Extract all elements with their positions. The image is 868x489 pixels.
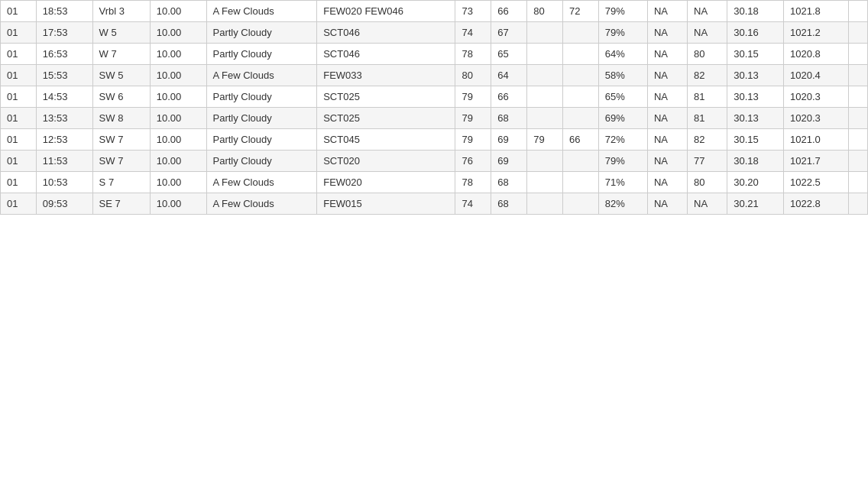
table-cell: 1020.4 (784, 65, 849, 86)
table-cell: S 7 (92, 172, 150, 193)
table-cell (848, 1, 867, 22)
table-cell: 66 (491, 86, 527, 108)
table-cell: NA (688, 22, 727, 44)
table-cell: 01 (1, 129, 37, 151)
table-cell: 64% (598, 44, 647, 65)
table-cell (848, 151, 867, 172)
table-cell: 73 (455, 1, 491, 22)
table-cell: SW 7 (92, 129, 150, 151)
table-cell: 69 (491, 151, 527, 172)
table-cell (527, 151, 563, 172)
table-cell: NA (647, 108, 687, 129)
table-cell (527, 86, 563, 108)
table-row: 0112:53SW 710.00Partly CloudySCT04579697… (1, 129, 868, 151)
table-cell: Partly Cloudy (206, 86, 317, 108)
table-cell: 30.18 (727, 151, 784, 172)
table-cell: 72 (563, 1, 599, 22)
table-cell: 81 (688, 108, 727, 129)
table-cell: NA (647, 44, 687, 65)
table-cell: 30.18 (727, 1, 784, 22)
table-cell: 69% (598, 108, 647, 129)
table-cell: A Few Clouds (206, 65, 317, 86)
table-cell: 79 (455, 129, 491, 151)
table-cell (848, 193, 867, 215)
table-cell: 68 (491, 172, 527, 193)
table-cell: 30.13 (727, 86, 784, 108)
table-cell: NA (647, 172, 687, 193)
table-cell: FEW020 FEW046 (317, 1, 455, 22)
table-row: 0113:53SW 810.00Partly CloudySCT02579686… (1, 108, 868, 129)
table-cell (848, 129, 867, 151)
table-cell: 01 (1, 1, 37, 22)
table-cell: W 7 (92, 44, 150, 65)
table-cell (848, 86, 867, 108)
table-cell: 01 (1, 44, 37, 65)
table-cell: 66 (491, 1, 527, 22)
table-cell: 77 (688, 151, 727, 172)
table-cell: NA (647, 65, 687, 86)
table-cell: 1021.2 (784, 22, 849, 44)
table-cell: 13:53 (36, 108, 92, 129)
table-cell: 64 (491, 65, 527, 86)
table-cell: 1020.3 (784, 108, 849, 129)
table-cell: Vrbl 3 (92, 1, 150, 22)
table-cell (527, 22, 563, 44)
table-cell: FEW020 (317, 172, 455, 193)
table-cell: NA (647, 1, 687, 22)
table-cell: 16:53 (36, 44, 92, 65)
table-cell: SCT045 (317, 129, 455, 151)
table-cell: 01 (1, 108, 37, 129)
table-cell: 82 (688, 129, 727, 151)
table-cell: 30.15 (727, 44, 784, 65)
table-cell: SW 7 (92, 151, 150, 172)
table-cell: SE 7 (92, 193, 150, 215)
table-cell: 69 (491, 129, 527, 151)
table-cell: 71% (598, 172, 647, 193)
table-cell: 10.00 (150, 65, 206, 86)
table-cell: 80 (527, 1, 563, 22)
table-cell: 01 (1, 172, 37, 193)
table-cell: 10.00 (150, 172, 206, 193)
table-cell: 74 (455, 22, 491, 44)
table-cell: 80 (688, 172, 727, 193)
table-cell: 68 (491, 193, 527, 215)
table-cell: 1021.8 (784, 1, 849, 22)
table-cell: 30.16 (727, 22, 784, 44)
table-cell: 82 (688, 65, 727, 86)
table-cell: 78 (455, 172, 491, 193)
table-cell (848, 172, 867, 193)
table-cell: 30.15 (727, 129, 784, 151)
table-cell: 1020.3 (784, 86, 849, 108)
table-cell: 01 (1, 193, 37, 215)
table-cell: NA (647, 129, 687, 151)
table-cell (527, 108, 563, 129)
table-cell: 58% (598, 65, 647, 86)
table-cell: 01 (1, 86, 37, 108)
table-cell (848, 22, 867, 44)
table-cell: NA (647, 151, 687, 172)
table-cell: A Few Clouds (206, 172, 317, 193)
table-cell: 09:53 (36, 193, 92, 215)
table-cell: 30.20 (727, 172, 784, 193)
table-cell: 79% (598, 1, 647, 22)
table-cell: SW 6 (92, 86, 150, 108)
table-cell (848, 65, 867, 86)
table-cell: 74 (455, 193, 491, 215)
table-cell: SCT025 (317, 108, 455, 129)
table-cell: 10.00 (150, 129, 206, 151)
table-cell: 76 (455, 151, 491, 172)
table-cell: 01 (1, 65, 37, 86)
table-cell: 11:53 (36, 151, 92, 172)
table-cell: 82% (598, 193, 647, 215)
table-cell: 65% (598, 86, 647, 108)
table-cell: 10.00 (150, 1, 206, 22)
table-cell: 10.00 (150, 44, 206, 65)
table-cell: Partly Cloudy (206, 44, 317, 65)
table-cell: A Few Clouds (206, 1, 317, 22)
table-cell: 10.00 (150, 86, 206, 108)
table-cell: 15:53 (36, 65, 92, 86)
table-cell (563, 86, 599, 108)
table-cell: 78 (455, 44, 491, 65)
table-row: 0117:53W 510.00Partly CloudySCT046746779… (1, 22, 868, 44)
table-cell: 10.00 (150, 22, 206, 44)
